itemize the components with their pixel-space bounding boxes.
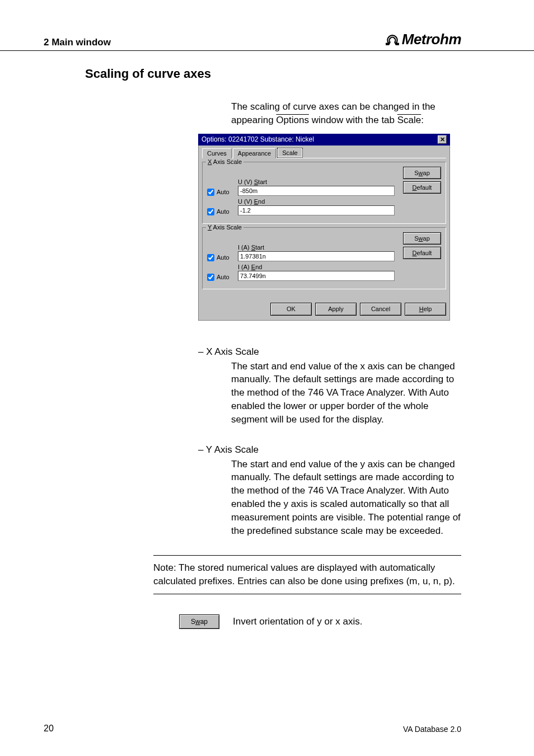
footer-right: VA Database 2.0 (403, 725, 461, 734)
y-axis-scale-group: Y Axis Scale Auto I (A) Start Swap Defau… (202, 227, 446, 289)
description-block: – X Axis Scale The start and end value o… (198, 346, 461, 538)
brand-logo: Metrohm (385, 31, 461, 48)
y-start-label: I (A) Start (238, 244, 395, 251)
tab-strip: Curves Appearance Scale (202, 148, 446, 158)
ok-button[interactable]: OK (270, 303, 312, 316)
tab-appearance[interactable]: Appearance (233, 148, 276, 158)
x-swap-button[interactable]: Swap (403, 167, 441, 179)
x-end-input[interactable] (238, 205, 395, 215)
x-end-label: U (V) End (238, 198, 395, 205)
omega-icon (385, 32, 400, 47)
x-start-input[interactable] (238, 186, 395, 196)
swap-description-row: Swap Invert orientation of y or x axis. (179, 614, 534, 629)
dialog-title: Options: 02241702 Substance: Nickel (202, 135, 314, 143)
page-header: 2 Main window Metrohm (0, 0, 534, 51)
y-swap-button[interactable]: Swap (403, 232, 441, 245)
x-axis-description: – X Axis Scale The start and end value o… (198, 346, 461, 426)
cancel-button[interactable]: Cancel (360, 303, 401, 316)
y-start-auto-checkbox[interactable] (207, 254, 214, 261)
tab-scale[interactable]: Scale (277, 148, 303, 158)
dialog-body: Curves Appearance Scale X Axis Scale Aut… (198, 145, 450, 321)
intro-paragraph: The scaling of curve axes can be changed… (231, 100, 461, 127)
y-axis-legend: Y Axis Scale (206, 224, 243, 231)
y-axis-description: – Y Axis Scale The start and end value o… (198, 444, 461, 538)
dialog-button-row: OK Apply Cancel Help (202, 303, 446, 316)
page-number: 20 (44, 724, 54, 734)
close-icon[interactable]: ✕ (438, 135, 447, 144)
apply-button[interactable]: Apply (315, 303, 357, 316)
note-block: Note: The stored numerical values are di… (153, 555, 461, 594)
x-default-button[interactable]: Default (403, 181, 441, 194)
auto-label: Auto (217, 274, 229, 280)
x-start-auto-checkbox[interactable] (207, 189, 214, 196)
auto-label: Auto (217, 208, 229, 215)
x-axis-scale-group: X Axis Scale Auto U (V) Start Swap Defau… (202, 162, 446, 224)
auto-label: Auto (217, 254, 229, 261)
header-section: 2 Main window (44, 37, 111, 48)
y-end-label: I (A) End (238, 264, 395, 270)
auto-label: Auto (217, 189, 229, 195)
swap-description: Invert orientation of y or x axis. (233, 616, 363, 627)
y-default-button[interactable]: Default (403, 247, 441, 259)
y-end-auto-checkbox[interactable] (207, 274, 214, 281)
y-start-input[interactable] (238, 251, 395, 261)
help-button[interactable]: Help (405, 303, 446, 316)
swap-button-illustration: Swap (179, 614, 219, 629)
x-start-label: U (V) Start (238, 179, 395, 185)
section-title: Scaling of curve axes (85, 67, 534, 81)
y-end-input[interactable] (238, 271, 395, 281)
x-axis-legend: X Axis Scale (206, 158, 243, 165)
tab-curves[interactable]: Curves (202, 148, 232, 158)
x-end-auto-checkbox[interactable] (207, 208, 214, 215)
dialog-titlebar[interactable]: Options: 02241702 Substance: Nickel ✕ (198, 134, 450, 145)
options-dialog: Options: 02241702 Substance: Nickel ✕ Cu… (198, 134, 450, 321)
